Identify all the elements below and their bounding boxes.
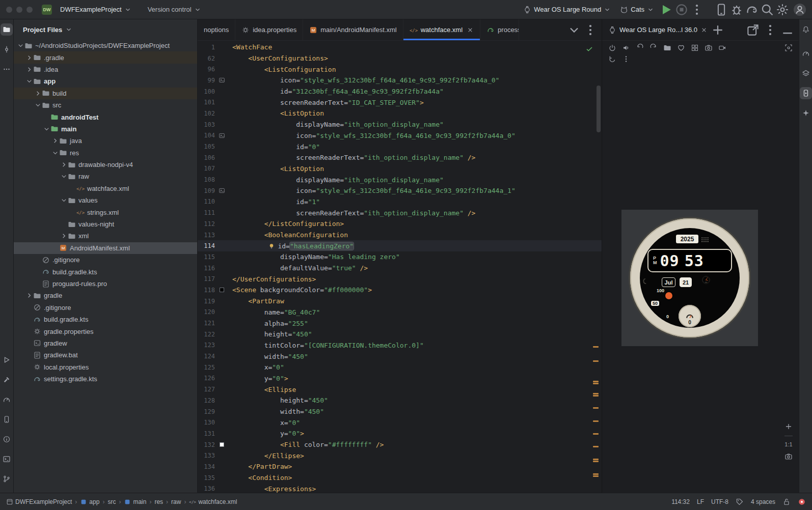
code-line-119[interactable]: 119 <PartDraw <box>198 296 602 307</box>
breadcrumb-item-main[interactable]: main <box>124 498 146 505</box>
project-folder-icon[interactable] <box>1 23 13 36</box>
code-editor[interactable]: 1<WatchFace62 <UserConfigurations>96 <Li… <box>198 41 602 493</box>
video-icon[interactable] <box>718 44 726 52</box>
build-hammer-icon[interactable] <box>1 374 13 386</box>
device-tab-title[interactable]: Wear OS Large Ro...l 36.0 <box>619 26 697 34</box>
color-swatch-white[interactable] <box>215 442 228 447</box>
tree-item-androidmanifest.xml[interactable]: MAndroidManifest.xml <box>14 242 197 254</box>
code-line-113[interactable]: 113 <BooleanConfiguration <box>198 230 602 241</box>
line-separator-widget[interactable]: LF <box>697 498 704 505</box>
tree-item-settings.gradle.kts[interactable]: settings.gradle.kts <box>14 373 197 385</box>
code-line-133[interactable]: 133 </Ellipse> <box>198 450 602 461</box>
code-line-104[interactable]: 104 icon="style_wfs_312c30bf_f64a_461e_9… <box>198 130 602 141</box>
code-line-100[interactable]: 100 id="312c30bf_f64a_461e_9c93_992f2fb7… <box>198 86 602 97</box>
tree-item-values-night[interactable]: values-night <box>14 218 197 230</box>
image-preview-icon[interactable] <box>215 187 228 194</box>
tree-item-xml[interactable]: xml <box>14 230 197 242</box>
code-line-127[interactable]: 127 <Ellipse <box>198 384 602 395</box>
tab-watchface.xml[interactable]: </>watchface.xml <box>403 19 480 40</box>
chevron-down-icon[interactable] <box>51 149 59 157</box>
chevron-right-icon[interactable] <box>60 232 68 240</box>
hide-panel-button[interactable] <box>780 23 795 37</box>
tree-item-src[interactable]: src <box>14 99 197 111</box>
image-preview-icon[interactable] <box>215 77 228 83</box>
code-line-131[interactable]: 131 y="0"> <box>198 428 602 439</box>
code-line-102[interactable]: 102 <ListOption <box>198 108 602 119</box>
volume-icon[interactable] <box>622 44 630 52</box>
add-device-tab-button[interactable] <box>711 23 725 37</box>
screenshot-icon[interactable] <box>784 44 793 52</box>
warning-stripe-mark[interactable] <box>593 346 599 348</box>
indent-widget[interactable]: 4 spaces <box>751 498 775 505</box>
chevron-down-icon[interactable] <box>60 196 68 205</box>
folder-icon[interactable] <box>663 44 671 52</box>
run-icon[interactable] <box>1 354 13 366</box>
window-close-button[interactable] <box>6 7 12 13</box>
code-line-132[interactable]: 132 <Fill color="#ffffffff" /> <box>198 439 602 450</box>
chevron-down-icon[interactable] <box>60 173 68 181</box>
breadcrumb-item-src[interactable]: src <box>107 498 116 505</box>
breadcrumb-item-res[interactable]: res <box>154 498 163 505</box>
code-line-106[interactable]: 106 screenReaderText="ith_option_display… <box>198 152 602 163</box>
run-button[interactable] <box>659 3 673 17</box>
search-everywhere-button[interactable] <box>760 3 774 17</box>
code-line-1[interactable]: 1<WatchFace <box>198 42 602 53</box>
close-tab-icon[interactable] <box>467 26 474 34</box>
tab-processdebug[interactable]: processDebug <box>480 19 519 40</box>
tree-item-.gradle[interactable]: .gradle <box>14 51 197 63</box>
code-line-122[interactable]: 122 height="450" <box>198 329 602 340</box>
window-zoom-button[interactable] <box>26 7 33 13</box>
tree-item-watchface.xml[interactable]: </>watchface.xml <box>14 183 197 194</box>
run-configuration-selector[interactable]: Cats <box>616 4 658 16</box>
tree-item-gradlew[interactable]: gradlew <box>14 337 197 349</box>
code-line-128[interactable]: 128 height="450" <box>198 395 602 406</box>
tree-item-build.gradle.kts[interactable]: build.gradle.kts <box>14 314 197 325</box>
chevron-down-icon[interactable] <box>34 101 42 109</box>
code-line-115[interactable]: 115 displayName="Has leading zero" <box>198 251 602 263</box>
tree-item-strings.xml[interactable]: </>strings.xml <box>14 206 197 218</box>
window-minimize-button[interactable] <box>16 7 22 13</box>
readonly-lock-icon[interactable] <box>782 498 791 506</box>
warning-stripe-mark[interactable] <box>593 393 599 394</box>
tree-item-app[interactable]: app <box>14 75 197 87</box>
warning-stripe-mark[interactable] <box>593 407 599 409</box>
problems-info-icon[interactable] <box>1 433 13 445</box>
power-icon[interactable] <box>608 44 616 52</box>
caret-position-widget[interactable]: 114:32 <box>671 498 690 505</box>
tree-item-gradle[interactable]: gradle <box>14 290 197 301</box>
rotate-right-icon[interactable] <box>649 44 658 52</box>
running-devices-icon[interactable] <box>800 87 812 99</box>
tree-item-.idea[interactable]: .idea <box>14 64 197 75</box>
code-line-103[interactable]: 103 displayName="ith_option_display_name… <box>198 119 602 130</box>
tree-item-values[interactable]: values <box>14 194 197 206</box>
image-preview-icon[interactable] <box>215 132 228 139</box>
intention-bulb-icon[interactable] <box>268 243 276 250</box>
close-device-tab-icon[interactable] <box>700 26 708 34</box>
settings-button[interactable] <box>775 3 790 17</box>
code-line-114[interactable]: 114 id="hasLeadingZero" <box>198 240 602 251</box>
tab-main-androidmanifest.xml[interactable]: Mmain/AndroidManifest.xml <box>303 19 403 40</box>
tree-item-res[interactable]: res <box>14 147 197 159</box>
code-line-130[interactable]: 130 x="0" <box>198 417 602 428</box>
tree-item-raw[interactable]: raw <box>14 171 197 182</box>
warning-stripe-mark[interactable] <box>593 381 599 382</box>
warning-stripe-mark[interactable] <box>593 446 599 447</box>
code-line-121[interactable]: 121 alpha="255" <box>198 318 602 329</box>
chevron-right-icon[interactable] <box>34 89 42 97</box>
code-line-116[interactable]: 116 defaultValue="true" /> <box>198 263 602 274</box>
code-line-99[interactable]: 99 icon="style_wfs_312c30bf_f64a_461e_9c… <box>198 75 602 86</box>
warning-stripe-mark[interactable] <box>593 383 599 384</box>
tree-item-build[interactable]: build <box>14 88 197 99</box>
warning-stripe-mark[interactable] <box>593 433 599 435</box>
code-line-136[interactable]: 136 <Expressions> <box>198 484 602 493</box>
breadcrumb-item-app[interactable]: app <box>80 498 99 505</box>
chevron-right-icon[interactable] <box>51 137 59 145</box>
project-selector[interactable]: DWFExampleProject <box>56 4 136 15</box>
rotate-left-icon[interactable] <box>636 44 644 52</box>
code-line-96[interactable]: 96 <ListConfiguration <box>198 64 602 75</box>
code-line-105[interactable]: 105 id="0" <box>198 141 602 152</box>
chevron-right-icon[interactable] <box>25 292 33 300</box>
tree-item-java[interactable]: java <box>14 135 197 147</box>
breadcrumb-item-dwfexampleproject[interactable]: DWFExampleProject <box>6 498 72 505</box>
tab-noptions[interactable]: noptions <box>198 19 235 40</box>
